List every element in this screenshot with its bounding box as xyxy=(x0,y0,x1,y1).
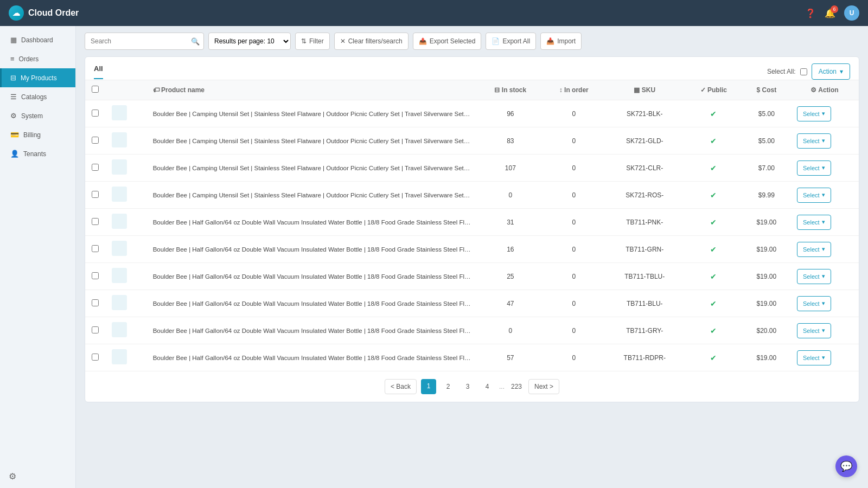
header-checkbox[interactable] xyxy=(92,86,99,93)
col-product-name: 🏷 Product name xyxy=(146,80,478,100)
tab-all[interactable]: All xyxy=(94,65,103,79)
public-check-icon: ✔ xyxy=(710,218,717,227)
chevron-down-icon: ▾ xyxy=(822,191,825,198)
select-button-4[interactable]: Select ▾ xyxy=(797,215,831,230)
billing-icon: 💳 xyxy=(10,131,19,139)
action-dropdown[interactable]: Action ▾ xyxy=(812,63,850,80)
row-checkbox-9[interactable] xyxy=(92,354,99,361)
table-header: All Select All: Action ▾ xyxy=(85,57,859,80)
table-card: All Select All: Action ▾ xyxy=(85,56,859,402)
row-checkbox-0[interactable] xyxy=(92,110,99,117)
export-all-icon: 📄 xyxy=(492,37,500,45)
page-1[interactable]: 1 xyxy=(421,379,436,394)
filter-label: Filter xyxy=(309,37,324,45)
select-label: Select xyxy=(803,138,820,144)
avatar[interactable]: U xyxy=(844,5,859,21)
product-image-9 xyxy=(112,349,127,364)
system-icon: ⚙ xyxy=(10,112,17,120)
select-button-5[interactable]: Select ▾ xyxy=(797,242,831,257)
filter-button[interactable]: ⇅ Filter xyxy=(295,33,330,50)
search-input[interactable] xyxy=(85,33,204,50)
chevron-down-icon: ▾ xyxy=(822,327,825,334)
sidebar-item-dashboard[interactable]: ▦ Dashboard xyxy=(0,30,75,49)
sidebar-item-my-products[interactable]: ⊟ My Products xyxy=(0,68,75,87)
select-button-6[interactable]: Select ▾ xyxy=(797,269,831,284)
page-last[interactable]: 223 xyxy=(509,379,524,394)
row-in-order-7: 0 xyxy=(543,290,605,317)
notifications-button[interactable]: 🔔 6 xyxy=(825,8,835,18)
row-sku-8: TB711-GRY- xyxy=(605,317,685,344)
row-in-stock-9: 57 xyxy=(478,344,543,371)
row-checkbox-8[interactable] xyxy=(92,326,99,333)
sidebar-item-orders[interactable]: ≡ Orders xyxy=(0,49,75,68)
select-label: Select xyxy=(803,300,820,307)
orders-icon: ≡ xyxy=(10,55,15,63)
select-button-7[interactable]: Select ▾ xyxy=(797,296,831,311)
export-selected-button[interactable]: 📤 Export Selected xyxy=(413,33,482,50)
public-icon: ✓ xyxy=(700,86,707,94)
tenants-icon: 👤 xyxy=(10,150,19,158)
back-button[interactable]: < Back xyxy=(385,379,417,394)
cost-icon: $ xyxy=(756,86,762,94)
row-checkbox-5[interactable] xyxy=(92,245,99,252)
select-all-checkbox[interactable] xyxy=(800,68,807,75)
row-action-cell-8: Select ▾ xyxy=(790,317,859,344)
table-row: Boulder Bee | Camping Utensil Set | Stai… xyxy=(85,127,859,155)
next-button[interactable]: Next > xyxy=(528,379,559,394)
row-in-stock-6: 25 xyxy=(478,263,543,290)
row-checkbox-2[interactable] xyxy=(92,164,99,171)
chat-bubble[interactable]: 💬 xyxy=(835,455,857,477)
select-button-8[interactable]: Select ▾ xyxy=(797,323,831,338)
row-checkbox-6[interactable] xyxy=(92,272,99,279)
col-cost: $ Cost xyxy=(743,80,790,100)
col-in-order: ↕ In order xyxy=(543,80,605,100)
my-products-icon: ⊟ xyxy=(10,74,16,82)
row-in-stock-7: 47 xyxy=(478,290,543,317)
sidebar-item-catalogs[interactable]: ☰ Catalogs xyxy=(0,87,75,106)
page-4[interactable]: 4 xyxy=(480,379,495,394)
sidebar-item-tenants[interactable]: 👤 Tenants xyxy=(0,144,75,163)
table-row: Boulder Bee | Half Gallon/64 oz Double W… xyxy=(85,209,859,236)
search-icon: 🔍 xyxy=(191,37,200,46)
settings-button[interactable]: ⚙ xyxy=(9,471,67,481)
page-2[interactable]: 2 xyxy=(441,379,456,394)
table-row: Boulder Bee | Half Gallon/64 oz Double W… xyxy=(85,290,859,317)
sidebar-item-billing[interactable]: 💳 Billing xyxy=(0,125,75,144)
sidebar-item-label: My Products xyxy=(21,74,57,82)
row-checkbox-3[interactable] xyxy=(92,191,99,198)
import-button[interactable]: 📥 Import xyxy=(540,33,582,50)
sidebar-item-system[interactable]: ⚙ System xyxy=(0,106,75,125)
row-checkbox-cell xyxy=(85,209,105,236)
export-all-button[interactable]: 📄 Export All xyxy=(486,33,536,50)
select-button-2[interactable]: Select ▾ xyxy=(797,160,831,176)
select-button-0[interactable]: Select ▾ xyxy=(797,106,831,121)
row-public-6: ✔ xyxy=(685,263,743,290)
product-image-4 xyxy=(112,214,127,229)
row-checkbox-cell xyxy=(85,263,105,290)
results-per-page-select[interactable]: Results per page: 10 Results per page: 5… xyxy=(208,33,291,50)
filter-icon: ⇅ xyxy=(301,37,307,45)
row-sku-6: TB711-TBLU- xyxy=(605,263,685,290)
public-check-icon: ✔ xyxy=(710,245,717,254)
row-checkbox-7[interactable] xyxy=(92,299,99,306)
page-3[interactable]: 3 xyxy=(460,379,475,394)
select-all-label: Select All: xyxy=(767,68,796,75)
top-nav: ☁ Cloud Order ❓ 🔔 6 U xyxy=(0,0,868,26)
row-product-name-9: Boulder Bee | Half Gallon/64 oz Double W… xyxy=(146,344,478,371)
row-image-cell xyxy=(105,209,146,236)
select-button-1[interactable]: Select ▾ xyxy=(797,133,831,149)
import-label: Import xyxy=(557,37,576,45)
row-checkbox-4[interactable] xyxy=(92,218,99,225)
select-button-9[interactable]: Select ▾ xyxy=(797,350,831,365)
row-checkbox-1[interactable] xyxy=(92,137,99,144)
select-button-3[interactable]: Select ▾ xyxy=(797,188,831,203)
row-cost-3: $9.99 xyxy=(743,182,790,209)
row-product-name-0: Boulder Bee | Camping Utensil Set | Stai… xyxy=(146,100,478,127)
row-sku-3: SK721-ROS- xyxy=(605,182,685,209)
row-in-order-3: 0 xyxy=(543,182,605,209)
row-public-4: ✔ xyxy=(685,209,743,236)
logo-icon: ☁ xyxy=(9,5,24,21)
help-button[interactable]: ❓ xyxy=(805,8,816,18)
row-product-name-8: Boulder Bee | Half Gallon/64 oz Double W… xyxy=(146,317,478,344)
clear-filters-button[interactable]: ✕ Clear filters/search xyxy=(334,33,409,50)
